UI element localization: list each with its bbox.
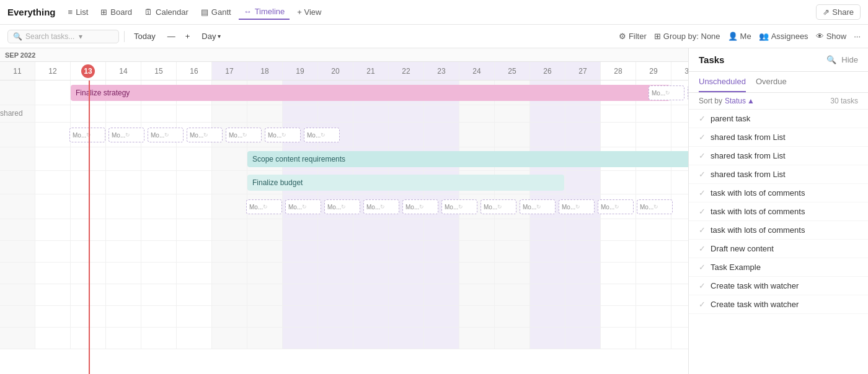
chip-row5-0[interactable]: Mo... ↻ (246, 199, 282, 214)
task-item-11[interactable]: ✓Create task with watcher (689, 295, 868, 314)
top-chip-1[interactable]: Mo... ↻ (688, 85, 688, 100)
gantt-icon: ▤ (201, 7, 208, 17)
prev-icon: — (167, 32, 175, 41)
grid-cell-15 (141, 306, 177, 327)
grid-cell-17 (212, 105, 247, 122)
day-header-cell-14: 14 (106, 62, 141, 80)
chip-row5-10[interactable]: Mo... ↻ (637, 199, 673, 214)
panel-search-icon[interactable]: 🔍 (826, 55, 836, 64)
nav-calendar[interactable]: 🗓 Calendar (140, 5, 193, 19)
grid-cell-21 (353, 263, 389, 284)
chip-row5-6[interactable]: Mo... ↻ (480, 199, 516, 214)
nav-board[interactable]: ⊞ Board (95, 5, 137, 19)
nav-gantt[interactable]: ▤ Gantt (196, 5, 236, 19)
chip-row5-8[interactable]: Mo... ↻ (559, 199, 595, 214)
top-chip-0[interactable]: Mo... ↻ (649, 85, 684, 100)
task-item-2[interactable]: ✓shared task from List (689, 128, 868, 147)
day-header-cell-26: 26 (530, 62, 565, 80)
prev-button[interactable]: — (165, 30, 178, 43)
more-button[interactable]: ··· (854, 32, 861, 41)
nav-list[interactable]: ≡ List (63, 5, 94, 19)
grid-cell-15 (141, 263, 177, 284)
chip-row2-1[interactable]: Mo... ↻ (108, 128, 144, 142)
show-label: Show (826, 32, 847, 41)
task-item-3[interactable]: ✓shared task from List (689, 147, 868, 165)
grid-cell-12 (35, 147, 71, 170)
sort-field[interactable]: Status ▲ (725, 97, 755, 105)
tab-overdue[interactable]: Overdue (756, 72, 787, 92)
task-check-icon: ✓ (699, 170, 706, 179)
chip-row2-2[interactable]: Mo... ↻ (148, 128, 184, 142)
task-bar-finalize-strategy[interactable]: Finalize strategy (71, 85, 670, 101)
grid-cell-28 (601, 219, 636, 240)
grid-cell-22 (389, 123, 424, 147)
day-header-cell-20: 20 (318, 62, 353, 80)
grid-row-5: Mo... ↻Mo... ↻Mo... ↻Mo... ↻Mo... ↻Mo...… (0, 194, 688, 219)
grid-cell-30 (671, 194, 688, 219)
assignees-button[interactable]: 👥 Assignees (759, 32, 808, 41)
search-box[interactable]: 🔍 Search tasks... ▾ (7, 30, 119, 43)
chip-row5-3[interactable]: Mo... ↻ (363, 199, 399, 214)
today-label: Today (134, 32, 156, 41)
chip-row5-5[interactable]: Mo... ↻ (441, 199, 477, 214)
chip-row2-0[interactable]: Mo... ↻ (69, 128, 105, 142)
today-button[interactable]: Today (130, 30, 160, 43)
grid-cell-29 (636, 123, 671, 147)
task-item-5[interactable]: ✓task with lots of comments (689, 184, 868, 202)
chip-row5-4[interactable]: Mo... ↻ (402, 199, 438, 214)
nav-gantt-label: Gantt (211, 7, 231, 17)
task-item-9[interactable]: ✓Task Example (689, 258, 868, 277)
chip-row5-2[interactable]: Mo... ↻ (324, 199, 360, 214)
task-item-7[interactable]: ✓task with lots of comments (689, 221, 868, 240)
grid-cell-29 (636, 328, 671, 349)
nav-view-label: + View (297, 7, 321, 17)
grid-cell-14 (106, 306, 141, 327)
task-bar-scope-content[interactable]: Scope content requirements (247, 151, 688, 167)
task-item-8[interactable]: ✓Draft new content (689, 240, 868, 258)
task-item-label: parent task (711, 114, 750, 123)
next-button[interactable]: + (183, 30, 193, 43)
show-button[interactable]: 👁 Show (816, 32, 847, 41)
chip-row5-1[interactable]: Mo... ↻ (285, 199, 321, 214)
group-button[interactable]: ⊞ Group by: None (654, 32, 720, 41)
day-picker[interactable]: Day ▾ (197, 30, 225, 43)
show-icon: 👁 (816, 32, 824, 41)
filter-button[interactable]: ⚙ Filter (619, 32, 647, 41)
grid-cell-20 (318, 284, 353, 305)
group-label: Group by: None (663, 32, 720, 41)
nav-timeline[interactable]: ↔ Timeline (239, 4, 290, 20)
me-button[interactable]: 👤 Me (728, 32, 751, 41)
grid-cell-19 (283, 241, 318, 262)
task-item-6[interactable]: ✓task with lots of comments (689, 202, 868, 221)
chip-row5-7[interactable]: Mo... ↻ (520, 199, 556, 214)
grid-cell-15 (141, 105, 177, 122)
grid-cell-19 (283, 328, 318, 349)
chip-row2-5[interactable]: Mo... ↻ (265, 128, 301, 142)
grid-cell-14 (106, 105, 141, 122)
chip-row2-6[interactable]: Mo... ↻ (304, 128, 340, 142)
grid-cell-29 (636, 284, 671, 305)
panel-hide-button[interactable]: Hide (841, 55, 858, 64)
task-check-icon: ✓ (699, 114, 706, 123)
chip-row2-3[interactable]: Mo... ↻ (187, 128, 223, 142)
share-button[interactable]: ⇗ Share (816, 4, 861, 20)
grid-row-7 (0, 241, 688, 263)
grid-cell-16 (177, 284, 212, 305)
grid-cell-12 (35, 241, 71, 262)
grid-cell-26 (530, 105, 565, 122)
timeline-icon: ↔ (244, 7, 252, 16)
task-item-10[interactable]: ✓Create task with watcher (689, 277, 868, 295)
task-bar-finalize-budget[interactable]: Finalize budget (247, 175, 564, 191)
grid-cell-29 (636, 219, 671, 240)
chip-row2-4[interactable]: Mo... ↻ (226, 128, 262, 142)
tab-unscheduled[interactable]: Unscheduled (699, 72, 746, 92)
task-item-4[interactable]: ✓shared task from List (689, 165, 868, 184)
grid-cell-23 (424, 219, 459, 240)
grid-cell-23 (424, 123, 459, 147)
chip-row5-9[interactable]: Mo... ↻ (598, 199, 634, 214)
list-icon: ≡ (68, 7, 73, 17)
grid-cell-19 (283, 306, 318, 327)
task-item-1[interactable]: ✓parent task (689, 110, 868, 128)
nav-view[interactable]: + View (292, 5, 326, 19)
grid-cell-26 (530, 263, 565, 284)
